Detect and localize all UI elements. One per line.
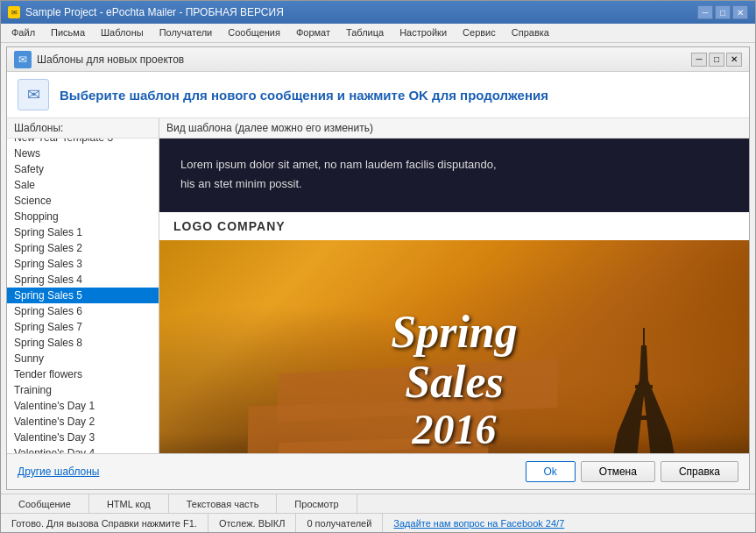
menu-letters[interactable]: Письма — [44, 25, 92, 40]
templates-list[interactable]: New Year 4New Year Template 1New Year Te… — [7, 139, 159, 453]
svg-rect-8 — [643, 328, 645, 345]
status-support-link[interactable]: Задайте нам вопрос на Facebook 24/7 — [383, 514, 755, 532]
logo-text: LOGO COMPANY — [173, 219, 286, 233]
template-list-item[interactable]: Spring Sales 7 — [7, 319, 159, 335]
template-list-item[interactable]: New Year Template 3 — [7, 139, 159, 146]
dialog-title: Шаблоны для новых проектов — [37, 53, 184, 66]
template-list-item[interactable]: Science — [7, 193, 159, 209]
spring-sales-image: Spring Sales 2016 — [159, 240, 749, 453]
tab-html[interactable]: HTML код — [89, 494, 169, 513]
svg-marker-1 — [648, 433, 688, 453]
status-recipients: 0 получателей — [296, 514, 383, 532]
main-area: Шаблоны: New Year 4New Year Template 1Ne… — [7, 118, 749, 453]
dialog-icon: ✉ — [14, 51, 32, 68]
template-list-item[interactable]: Valentine's Day 1 — [7, 398, 159, 414]
template-list-item[interactable]: Sale — [7, 177, 159, 193]
spring-line3: 2016 — [391, 407, 518, 453]
tab-preview[interactable]: Просмотр — [277, 494, 357, 513]
template-list-item[interactable]: Spring Sales 8 — [7, 335, 159, 351]
outer-titlebar: ✉ Sample Project - ePochta Mailer - ПРОБ… — [1, 1, 755, 24]
menu-recipients[interactable]: Получатели — [152, 25, 220, 40]
minimize-button[interactable]: ─ — [697, 5, 713, 19]
eiffel-tower-icon — [591, 328, 696, 453]
tab-message[interactable]: Сообщение — [1, 494, 89, 513]
maximize-button[interactable]: □ — [715, 5, 731, 19]
template-list-item[interactable]: Spring Sales 6 — [7, 303, 159, 319]
menu-help[interactable]: Справка — [505, 25, 556, 40]
menu-settings[interactable]: Настройки — [392, 25, 454, 40]
bottom-bar: Другие шаблоны Ok Отмена Справка — [7, 453, 749, 489]
template-list-item[interactable]: Valentine's Day 4 — [7, 445, 159, 453]
right-panel-label: Вид шаблона (далее можно его изменить) — [159, 118, 749, 139]
preview-content: Lorem ipsum dolor sit amet, no nam laude… — [159, 139, 749, 453]
help-dialog-button[interactable]: Справка — [661, 461, 738, 482]
statusbar: Готово. Для вызова Справки нажмите F1. О… — [1, 513, 755, 532]
svg-rect-6 — [625, 416, 663, 420]
cancel-button[interactable]: Отмена — [581, 461, 655, 482]
template-list-item[interactable]: Valentine's Day 2 — [7, 414, 159, 430]
dialog-buttons: Ok Отмена Справка — [526, 461, 738, 482]
logo-bar: LOGO COMPANY — [159, 212, 749, 240]
close-button[interactable]: ✕ — [732, 5, 748, 19]
template-list-item[interactable]: Safety — [7, 161, 159, 177]
preview-text: Lorem ipsum dolor sit amet, no nam laude… — [159, 139, 749, 212]
dialog-maximize-button[interactable]: □ — [709, 53, 724, 67]
menu-templates[interactable]: Шаблоны — [94, 25, 151, 40]
spring-sales-overlay: Spring Sales 2016 — [391, 307, 518, 453]
template-list-item[interactable]: Spring Sales 2 — [7, 240, 159, 256]
template-list-item[interactable]: Tender flowers — [7, 366, 159, 382]
menubar: Файл Письма Шаблоны Получатели Сообщения… — [1, 24, 755, 43]
app-title: Sample Project - ePochta Mailer - ПРОБНА… — [25, 6, 692, 18]
tab-bar: Сообщение HTML код Текстовая часть Просм… — [1, 494, 755, 513]
status-tracking: Отслеж. ВЫКЛ — [208, 514, 297, 532]
dialog-minimize-button[interactable]: ─ — [691, 53, 707, 67]
dialog-header: ✉ Выберите шаблон для нового сообщения и… — [7, 72, 749, 118]
svg-marker-0 — [600, 433, 639, 453]
window-controls: ─ □ ✕ — [697, 5, 748, 19]
template-list-item[interactable]: Sunny — [7, 351, 159, 366]
menu-table[interactable]: Таблица — [339, 25, 391, 40]
header-icon: ✉ — [18, 79, 49, 110]
tab-text[interactable]: Текстовая часть — [169, 494, 278, 513]
status-ready: Готово. Для вызова Справки нажмите F1. — [1, 514, 208, 532]
template-list-item[interactable]: Shopping — [7, 209, 159, 224]
dialog-window-controls: ─ □ ✕ — [691, 53, 742, 67]
spring-line2: Sales — [391, 357, 518, 407]
menu-messages[interactable]: Сообщения — [221, 25, 287, 40]
left-panel-label: Шаблоны: — [7, 118, 159, 139]
template-list-item[interactable]: Spring Sales 3 — [7, 256, 159, 272]
template-list-item[interactable]: Spring Sales 1 — [7, 224, 159, 240]
preview-lorem: Lorem ipsum dolor sit amet, no nam laude… — [180, 158, 497, 190]
other-templates-link[interactable]: Другие шаблоны — [18, 465, 99, 478]
dialog-title-left: ✉ Шаблоны для новых проектов — [14, 51, 184, 68]
template-list-item[interactable]: Valentine's Day 3 — [7, 430, 159, 445]
dialog-close-button[interactable]: ✕ — [726, 53, 742, 67]
svg-rect-7 — [635, 385, 653, 388]
left-panel: Шаблоны: New Year 4New Year Template 1Ne… — [7, 118, 159, 453]
template-list-item[interactable]: Training — [7, 382, 159, 398]
ok-button[interactable]: Ok — [526, 461, 576, 482]
menu-format[interactable]: Формат — [289, 25, 337, 40]
spring-line1: Spring — [391, 307, 518, 357]
dialog-window: ✉ Шаблоны для новых проектов ─ □ ✕ ✉ Выб… — [6, 46, 750, 490]
app-icon: ✉ — [8, 6, 20, 18]
preview-area[interactable]: Lorem ipsum dolor sit amet, no nam laude… — [159, 139, 749, 453]
menu-file[interactable]: Файл — [4, 25, 42, 40]
template-list-item[interactable]: Spring Sales 5 — [7, 288, 159, 303]
template-list-item[interactable]: Spring Sales 4 — [7, 272, 159, 288]
right-panel: Вид шаблона (далее можно его изменить) L… — [159, 118, 749, 453]
menu-service[interactable]: Сервис — [456, 25, 503, 40]
template-list-item[interactable]: News — [7, 146, 159, 161]
main-window: ✉ Sample Project - ePochta Mailer - ПРОБ… — [0, 0, 756, 533]
header-text: Выберите шаблон для нового сообщения и н… — [60, 88, 548, 103]
dialog-titlebar: ✉ Шаблоны для новых проектов ─ □ ✕ — [7, 47, 749, 72]
svg-marker-4 — [639, 345, 648, 380]
